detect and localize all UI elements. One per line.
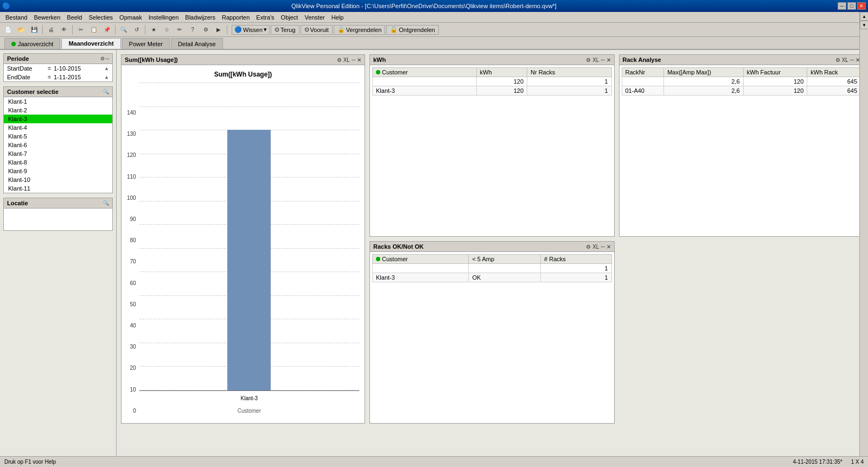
customer-item-klant-4[interactable]: Klant-4 <box>4 123 112 132</box>
titlebar: 🔵 QlikView Personal Edition - [C:\Users\… <box>0 0 868 12</box>
chart-panel-header: Sum([kWh Usage]) ⚙ XL ─ ✕ <box>122 55 365 65</box>
customer-item-klant-11[interactable]: Klant-11 <box>4 184 112 193</box>
toolbar-cut[interactable]: ✂ <box>75 24 87 35</box>
y-label: 50 <box>130 301 136 307</box>
menu-item-venster[interactable]: Venster <box>301 13 328 22</box>
toolbar-help[interactable]: ? <box>187 24 199 35</box>
menu-item-object[interactable]: Object <box>278 13 302 22</box>
vergrendelen-button[interactable]: 🔒 Vergrendelen <box>334 25 385 35</box>
toolbar-fav[interactable]: ☆ <box>161 24 173 35</box>
wissen-button[interactable]: 🔵 Wissen ▾ <box>232 25 270 35</box>
racks-ok-xl-icon[interactable]: XL <box>592 244 599 250</box>
y-label: 20 <box>130 365 136 371</box>
tab-power-meter[interactable]: Power Meter <box>122 38 170 49</box>
y-label: 80 <box>130 237 136 243</box>
menu-item-opmaak[interactable]: Opmaak <box>116 13 145 22</box>
customer-item-klant-3[interactable]: Klant-3 <box>4 115 112 123</box>
toolbar-save[interactable]: 💾 <box>28 24 40 35</box>
customer-item-klant-5[interactable]: Klant-5 <box>4 132 112 141</box>
customer-item-klant-2[interactable]: Klant-2 <box>4 106 112 115</box>
kwh-cell-nr_racks: 1 <box>527 77 612 86</box>
vertical-scrollbar[interactable]: ▲ ▼ <box>859 50 868 456</box>
menu-item-bewerken[interactable]: Bewerken <box>30 13 63 22</box>
rack-minimize-icon[interactable]: ─ <box>850 57 854 63</box>
menu-item-selecties[interactable]: Selecties <box>85 13 116 22</box>
toolbar-sep3 <box>115 25 116 35</box>
rack-panel-header: Rack Analyse ⚙ XL ─ ✕ <box>620 55 864 65</box>
customer-item-klant-8[interactable]: Klant-8 <box>4 158 112 167</box>
x-axis-label: Customer <box>238 406 261 414</box>
customer-item-klant-6[interactable]: Klant-6 <box>4 141 112 149</box>
chart-minimize-icon[interactable]: ─ <box>352 57 355 63</box>
racks-ok-minimize-icon[interactable]: ─ <box>601 244 604 250</box>
toolbar-paste[interactable]: 📌 <box>101 24 113 35</box>
menu-item-bestand[interactable]: Bestand <box>2 13 30 22</box>
minimize-button[interactable]: ─ <box>838 2 846 10</box>
kwh-xl-icon[interactable]: XL <box>592 57 599 63</box>
kwh-settings-icon[interactable]: ⚙ <box>586 57 591 63</box>
ontgrendelen-label: Ontgrendelen <box>399 27 435 33</box>
periode-filter: Periode ⚙ ─ StartDate = 1-10-2015 ▲ EndD… <box>3 53 113 82</box>
rack-xl-icon[interactable]: XL <box>842 57 848 63</box>
terug-icon: ⊙ <box>275 26 279 33</box>
rack-col-amp: Max([Amp Max]) <box>664 68 743 77</box>
wissen-arrow: ▾ <box>264 26 267 33</box>
toolbar-extra[interactable]: ⚙ <box>200 24 212 35</box>
customer-item-klant-1[interactable]: Klant-1 <box>4 97 112 106</box>
toolbar-bookmark[interactable]: ★ <box>148 24 159 35</box>
vooruit-button[interactable]: ⊙ Vooruit <box>301 25 333 35</box>
customer-item-klant-9[interactable]: Klant-9 <box>4 167 112 175</box>
tab-detail-analyse[interactable]: Detail Analyse <box>171 38 223 49</box>
toolbar-copy[interactable]: 📋 <box>88 24 100 35</box>
customer-selectie-title: Customer selectie <box>7 89 59 95</box>
enddate-arrow[interactable]: ▲ <box>104 74 109 80</box>
startdate-row: StartDate = 1-10-2015 ▲ <box>4 64 112 73</box>
rack-settings-icon[interactable]: ⚙ <box>835 57 840 63</box>
tab-jaaroverzicht[interactable]: Jaaroverzicht <box>4 38 60 49</box>
rack-table-body: 2,612064501-A402,6120645 <box>622 77 861 96</box>
toolbar-print[interactable]: 🖨 <box>45 24 57 35</box>
kwh-col-nr-racks: Nr Racks <box>527 68 612 77</box>
periode-close[interactable]: ─ <box>106 56 109 61</box>
toolbar-new[interactable]: 📄 <box>2 24 14 35</box>
terug-button[interactable]: ⊙ Terug <box>271 25 299 35</box>
maximize-button[interactable]: □ <box>847 2 856 10</box>
y-label: 140 <box>127 110 136 116</box>
toolbar-refresh[interactable]: ↺ <box>131 24 143 35</box>
locatie-search-icon[interactable]: 🔍 <box>103 200 109 206</box>
kwh-table: Customer kWh Nr Racks 1201Klant-31201 <box>372 67 612 96</box>
toolbar-preview[interactable]: 👁 <box>58 24 70 35</box>
chart-settings-icon[interactable]: ⚙ <box>337 57 342 63</box>
customer-item-klant-7[interactable]: Klant-7 <box>4 149 112 158</box>
menu-item-bladwijzers[interactable]: Bladwijzers <box>182 13 219 22</box>
customer-item-klant-10[interactable]: Klant-10 <box>4 175 112 184</box>
toolbar-edit[interactable]: ✏ <box>174 24 186 35</box>
menu-item-instellingen[interactable]: Instellingen <box>145 13 182 22</box>
kwh-cell-customer <box>373 77 477 86</box>
racks-ok-settings-icon[interactable]: ⚙ <box>586 244 591 250</box>
kwh-table-row: 1201 <box>373 77 612 86</box>
enddate-value: 1-11-2015 <box>54 74 104 80</box>
startdate-value: 1-10-2015 <box>54 65 104 72</box>
menu-item-help[interactable]: Help <box>328 13 347 22</box>
kwh-minimize-icon[interactable]: ─ <box>601 57 604 63</box>
chart-xl-icon[interactable]: XL <box>343 57 350 63</box>
toolbar-extra2[interactable]: ▶ <box>213 24 225 35</box>
close-button[interactable]: ✕ <box>857 2 866 10</box>
startdate-arrow[interactable]: ▲ <box>104 66 109 71</box>
customer-search-icon[interactable]: 🔍 <box>103 89 109 94</box>
ontgrendelen-button[interactable]: 🔓 Ontgrendelen <box>386 25 439 35</box>
chart-close-icon[interactable]: ✕ <box>357 57 361 63</box>
tab-maandoverzicht[interactable]: Maandoverzicht <box>61 38 120 49</box>
wissen-icon: 🔵 <box>234 26 242 33</box>
chart-bar[interactable] <box>227 130 271 390</box>
menu-item-rapporten[interactable]: Rapporten <box>219 13 253 22</box>
toolbar-search[interactable]: 🔍 <box>118 24 130 35</box>
toolbar-open[interactable]: 📂 <box>15 24 27 35</box>
menu-item-beeld[interactable]: Beeld <box>63 13 85 22</box>
periode-settings[interactable]: ⚙ <box>100 56 105 61</box>
kwh-close-icon[interactable]: ✕ <box>607 57 611 63</box>
racks-ok-close-icon[interactable]: ✕ <box>607 244 611 250</box>
kwh-table-row: Klant-31201 <box>373 86 612 96</box>
menu-item-extra's[interactable]: Extra's <box>253 13 277 22</box>
